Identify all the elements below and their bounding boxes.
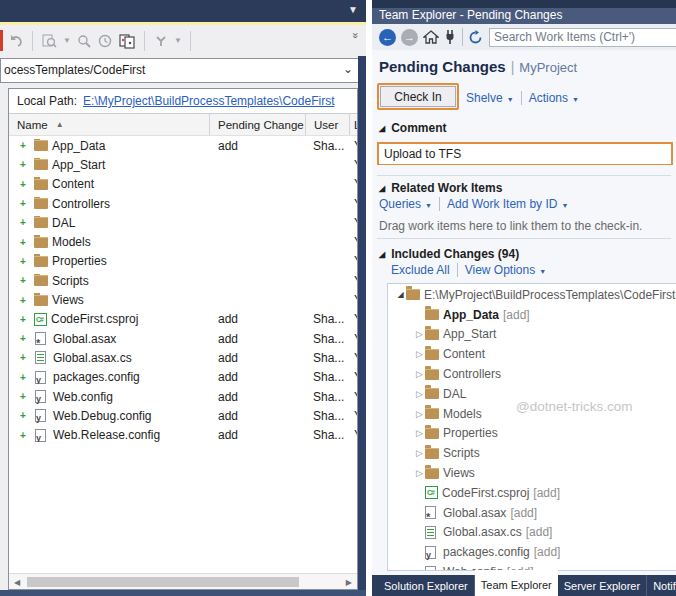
table-row[interactable]: + Content Ye [9, 175, 357, 194]
column-latest-label: La [354, 119, 357, 131]
pending-add-plus-icon: + [17, 372, 29, 383]
related-work-items-header[interactable]: ◢ Related Work Items [379, 181, 502, 195]
scroll-right-icon[interactable]: ▶ [346, 578, 352, 587]
tree-item[interactable]: ▷ Views [388, 463, 676, 483]
table-row[interactable]: + Views Ye [9, 290, 357, 309]
find-in-source-icon[interactable] [41, 33, 58, 49]
left-window-titlebar[interactable]: ▼ [0, 0, 366, 22]
pending-changes-page: Pending Changes|MyProject Check In Shelv… [372, 50, 676, 575]
collapse-expander-icon[interactable]: ▷ [414, 349, 425, 359]
source-path-combobox[interactable]: ocessTemplates/CodeFirst ⌄ [0, 58, 362, 83]
queries-link[interactable]: Queries [379, 197, 421, 211]
collapse-expander-icon[interactable]: ▷ [414, 329, 425, 339]
table-row[interactable]: + Web.Release.config add Sha... Ye [9, 425, 357, 444]
column-header-user[interactable]: User [306, 114, 350, 135]
table-row[interactable]: + App_Data add Sha... Ye [9, 136, 357, 155]
bottom-tab[interactable]: Notif [647, 575, 676, 596]
find-dropdown-caret-icon[interactable]: ▼ [63, 36, 71, 45]
section-collapse-icon[interactable]: ◢ [379, 250, 385, 259]
horizontal-scrollbar[interactable]: ◀ ▶ [9, 573, 357, 589]
connect-plug-icon[interactable] [444, 29, 456, 45]
table-row[interactable]: + App_Start Ye [9, 155, 357, 174]
check-in-button[interactable]: Check In [380, 86, 456, 107]
pending-change-cell: add [210, 351, 306, 365]
home-button[interactable] [423, 29, 439, 45]
scrollbar-thumb[interactable] [27, 577, 299, 587]
comment-section-header[interactable]: ◢ Comment [379, 121, 447, 135]
user-cell: Sha... [306, 428, 350, 442]
collapse-expander-icon[interactable]: ▷ [414, 468, 425, 478]
comment-input[interactable] [379, 145, 671, 164]
collapse-expander-icon[interactable]: ▷ [414, 389, 425, 399]
page-title: Pending Changes [379, 58, 506, 75]
file-name: App_Start [52, 158, 105, 172]
expanded-icon[interactable]: ◢ [395, 290, 406, 299]
tree-item[interactable]: packages.config [add] [388, 542, 676, 562]
view-options-link[interactable]: View Options [465, 263, 535, 277]
toolbar-overflow-icon[interactable]: » [349, 32, 361, 37]
undo-icon[interactable] [8, 33, 24, 49]
collapse-expander-icon[interactable]: ▷ [414, 428, 425, 438]
section-collapse-icon[interactable]: ◢ [379, 184, 385, 193]
tree-items: App_Data [add] ▷ App_Start ▷ [388, 305, 676, 571]
table-row[interactable]: + Global.asax add Sha... Ye [9, 329, 357, 348]
bottom-tab[interactable]: Team Explorer [475, 570, 558, 596]
tree-item[interactable]: CodeFirst.csproj [add] [388, 483, 676, 503]
tree-item[interactable]: ▷ App_Start [388, 325, 676, 345]
tree-item[interactable]: ▷ Content [388, 344, 676, 364]
table-row[interactable]: + Properties Ye [9, 252, 357, 271]
compare-files-icon[interactable] [118, 33, 136, 49]
queries-caret-icon[interactable]: ▼ [425, 202, 432, 209]
table-row[interactable]: + Controllers Ye [9, 194, 357, 213]
column-header-pending-change[interactable]: Pending Change [210, 114, 306, 135]
table-row[interactable]: + DAL Ye [9, 213, 357, 232]
tree-item[interactable]: App_Data [add] [388, 305, 676, 325]
window-menu-caret-icon[interactable]: ▼ [348, 4, 358, 15]
table-row[interactable]: + Web.Debug.config add Sha... Ye [9, 406, 357, 425]
branch-icon[interactable] [153, 33, 169, 49]
search-icon[interactable] [76, 33, 92, 49]
shelve-caret-icon[interactable]: ▼ [507, 96, 514, 103]
table-row[interactable]: + Scripts Ye [9, 271, 357, 290]
view-options-caret-icon[interactable]: ▼ [539, 268, 546, 275]
table-row[interactable]: + Models Ye [9, 232, 357, 251]
table-row[interactable]: + CodeFirst.csproj add Sha... Ye [9, 310, 357, 329]
combobox-dropdown-icon[interactable]: ⌄ [343, 62, 353, 76]
actions-caret-icon[interactable]: ▼ [572, 96, 579, 103]
local-path-link[interactable]: E:\MyProject\BuildProcessTemplates\CodeF… [83, 94, 334, 108]
add-work-item-caret-icon[interactable]: ▼ [561, 202, 568, 209]
collapse-expander-icon[interactable]: ▷ [414, 409, 425, 419]
actions-link[interactable]: Actions [529, 91, 568, 105]
table-row[interactable]: + packages.config add Sha... Ye [9, 368, 357, 387]
included-changes-header[interactable]: ◢ Included Changes (94) [379, 247, 519, 261]
section-collapse-icon[interactable]: ◢ [379, 124, 385, 133]
collapse-expander-icon[interactable]: ▷ [414, 369, 425, 379]
table-row[interactable]: + Web.config add Sha... Ye [9, 387, 357, 406]
tree-item[interactable]: ▷ Scripts [388, 443, 676, 463]
history-clock-icon[interactable] [97, 33, 113, 49]
section-separator [377, 238, 671, 239]
refresh-button[interactable] [468, 30, 483, 45]
file-type-icon [425, 329, 439, 340]
project-name[interactable]: MyProject [519, 60, 577, 75]
back-button[interactable]: ← [379, 29, 396, 46]
shelve-link[interactable]: Shelve [466, 91, 503, 105]
exclude-all-link[interactable]: Exclude All [391, 263, 450, 277]
tree-item[interactable]: Global.asax.cs [add] [388, 523, 676, 543]
forward-button[interactable]: → [401, 29, 418, 46]
branch-dropdown-caret-icon[interactable]: ▼ [174, 36, 182, 45]
tree-item[interactable]: ▷ Controllers [388, 364, 676, 384]
add-work-item-by-id-link[interactable]: Add Work Item by ID [447, 197, 557, 211]
tree-root-row[interactable]: ◢ E:\MyProject\BuildProcessTemplates\Cod… [388, 285, 676, 305]
bottom-tab[interactable]: Server Explorer [558, 575, 647, 596]
tree-item[interactable]: Global.asax [add] [388, 503, 676, 523]
column-header-name[interactable]: Name ▲ [9, 114, 210, 135]
scroll-left-icon[interactable]: ◀ [14, 578, 20, 587]
left-window-bottom-edge [0, 590, 366, 596]
collapse-expander-icon[interactable]: ▷ [414, 448, 425, 458]
column-header-latest[interactable]: La [350, 114, 357, 135]
table-row[interactable]: + Global.asax.cs add Sha... Ye [9, 348, 357, 367]
bottom-tab[interactable]: Solution Explorer [378, 575, 475, 596]
tree-item[interactable]: ▷ Properties [388, 424, 676, 444]
search-work-items-input[interactable] [489, 28, 676, 47]
